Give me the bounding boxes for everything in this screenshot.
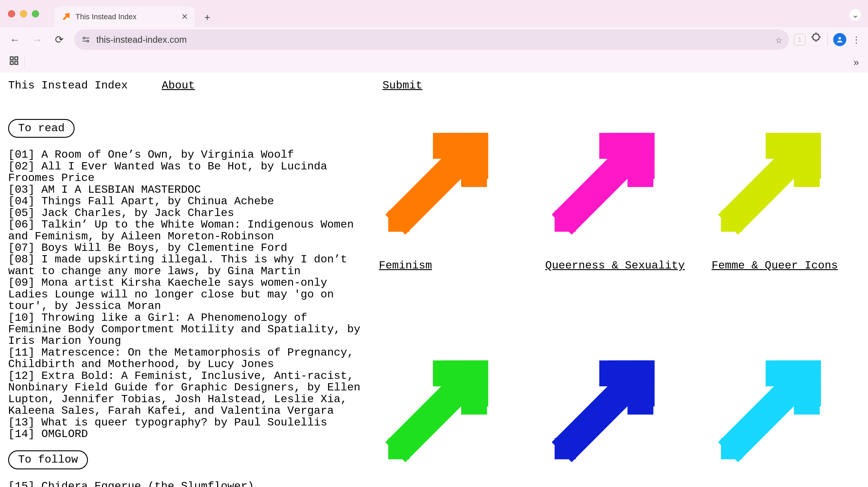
svg-point-3 (87, 40, 89, 42)
category-grid: Feminism Queerness & Sexuality Femme & Q… (370, 119, 860, 487)
window-minimize-button[interactable] (20, 10, 27, 18)
extension-badge[interactable]: 1 (794, 34, 806, 46)
category-cell[interactable] (536, 347, 693, 487)
forward-button[interactable]: → (27, 30, 47, 50)
category-cell[interactable]: Queerness & Sexuality (536, 119, 693, 272)
back-button[interactable]: ← (5, 30, 25, 50)
window-zoom-button[interactable] (32, 10, 39, 18)
category-cell[interactable]: Feminism (370, 119, 527, 272)
list-item[interactable]: [06] Talkin’ Up to the White Woman: Indi… (8, 219, 361, 242)
svg-point-0 (83, 37, 85, 39)
apps-grid-icon[interactable] (9, 56, 19, 68)
list-item[interactable]: [02] All I Ever Wanted Was to Be Hot, by… (8, 161, 361, 184)
list-item[interactable]: [01] A Room of One’s Own, by Virginia Wo… (8, 149, 361, 161)
arrow-up-right-icon (707, 119, 834, 246)
list-item[interactable]: [10] Throwing like a Girl: A Phenomenolo… (8, 312, 361, 347)
list-item[interactable]: [03] AM I A LESBIAN MASTERDOC (8, 184, 361, 196)
arrow-up-right-icon (374, 119, 501, 246)
svg-point-6 (838, 37, 841, 39)
list-item[interactable]: [12] Extra Bold: A Feminist, Inclusive, … (8, 370, 361, 417)
categories-column: Feminism Queerness & Sexuality Femme & Q… (370, 119, 860, 487)
bookmarks-overflow-icon[interactable]: » (854, 57, 859, 68)
main-content: To read [01] A Room of One’s Own, by Vir… (0, 92, 868, 487)
bookmarks-separator (24, 57, 25, 68)
category-label[interactable]: Femme & Queer Icons (712, 259, 838, 272)
list-item[interactable]: [05] Jack Charles, by Jack Charles (8, 207, 361, 219)
tab-active[interactable]: This Instead Index ✕ (55, 6, 195, 27)
list-item[interactable]: [04] Things Fall Apart, by Chinua Achebe (8, 196, 361, 207)
category-label[interactable]: Queerness & Sexuality (545, 259, 685, 272)
list-item[interactable]: [07] Boys Will Be Boys, by Clementine Fo… (8, 242, 361, 254)
category-label[interactable]: Feminism (379, 259, 432, 272)
arrow-up-right-icon (374, 347, 501, 473)
arrow-up-right-icon (541, 119, 667, 246)
follow-list: [15] Chidera Eggerue (the Slumflower) (8, 481, 361, 487)
list-item[interactable]: [13] What is queer typography? by Paul S… (8, 417, 361, 428)
arrow-up-right-icon (541, 347, 667, 473)
list-item[interactable]: [15] Chidera Eggerue (the Slumflower) (8, 481, 361, 487)
site-title: This Instead Index (8, 79, 128, 92)
svg-rect-9 (10, 61, 13, 64)
tab-title: This Instead Index (75, 12, 177, 21)
nav-about-link[interactable]: About (162, 79, 195, 92)
list-item[interactable]: [08] I made upskirting illegal. This is … (8, 254, 361, 277)
toolbar-right: 1 ⋮ (794, 33, 863, 47)
site-header: This Instead Index About Submit (0, 73, 868, 92)
list-item[interactable]: [14] OMGLORD (8, 428, 361, 440)
reading-list-column: To read [01] A Room of One’s Own, by Vir… (8, 119, 361, 487)
read-list: [01] A Room of One’s Own, by Virginia Wo… (8, 149, 361, 440)
category-cell[interactable] (703, 347, 860, 487)
section-to-follow[interactable]: To follow (8, 450, 88, 469)
tab-favicon-arrow-icon (61, 12, 71, 22)
window-close-button[interactable] (8, 10, 15, 18)
menu-button[interactable]: ⋮ (852, 34, 861, 45)
section-to-read[interactable]: To read (8, 119, 74, 138)
list-item[interactable]: [09] Mona artist Kirsha Kaechele says wo… (8, 277, 361, 312)
svg-rect-8 (15, 57, 18, 60)
browser-tabstrip: This Instead Index ✕ + ⌄ (0, 0, 868, 27)
new-tab-button[interactable]: + (199, 9, 215, 25)
toolbar-divider (827, 33, 828, 46)
svg-rect-7 (10, 57, 13, 60)
bookmarks-bar: » (0, 52, 868, 73)
window-controls (8, 10, 39, 18)
list-item[interactable]: [11] Matrescence: On the Metamorphosis o… (8, 347, 361, 370)
tab-close-icon[interactable]: ✕ (181, 12, 188, 22)
nav-submit-link[interactable]: Submit (382, 79, 422, 92)
tabs-overflow-button[interactable]: ⌄ (849, 9, 861, 21)
extensions-icon[interactable] (811, 33, 822, 47)
address-bar[interactable]: this-instead-index.com ☆ (74, 29, 789, 50)
browser-toolbar: ← → ⟳ this-instead-index.com ☆ 1 ⋮ (0, 27, 868, 52)
category-cell[interactable] (370, 347, 527, 487)
reload-button[interactable]: ⟳ (49, 30, 69, 50)
profile-avatar[interactable] (833, 33, 846, 46)
svg-rect-10 (15, 61, 18, 64)
arrow-up-right-icon (707, 347, 834, 473)
category-cell[interactable]: Femme & Queer Icons (703, 119, 860, 272)
page-viewport: This Instead Index About Submit To read … (0, 73, 868, 487)
bookmark-star-icon[interactable]: ☆ (776, 33, 782, 46)
url-text: this-instead-index.com (96, 35, 770, 45)
site-settings-icon[interactable] (81, 35, 91, 45)
tabstrip: This Instead Index ✕ + (55, 0, 215, 27)
